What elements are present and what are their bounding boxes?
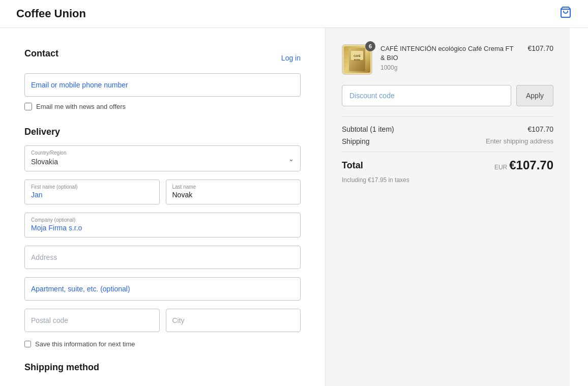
shipping-label: Shipping xyxy=(342,137,370,145)
svg-text:CAFÉ: CAFÉ xyxy=(354,54,361,57)
subtotal-row: Subtotal (1 item) €107.70 xyxy=(342,125,553,133)
last-name-input[interactable] xyxy=(172,191,295,199)
logo: Coffee Union xyxy=(16,7,86,20)
tax-note: Including €17.95 in taxes xyxy=(342,176,553,184)
product-name: CAFÉ INTENCIÓN ecológico Café Crema FT &… xyxy=(380,44,519,63)
total-currency: EUR xyxy=(494,164,507,171)
first-name-label: First name (optional) xyxy=(31,184,153,190)
right-panel: CAFÉ INTEN 6 CAFÉ INTENCIÓN ecológico Ca… xyxy=(326,28,570,386)
login-link[interactable]: Log in xyxy=(281,54,301,62)
first-name-input[interactable] xyxy=(31,191,153,199)
shipping-value: Enter shipping address xyxy=(486,137,553,145)
contact-title: Contact xyxy=(24,48,58,59)
total-row: Total EUR €107.70 xyxy=(342,152,553,172)
contact-section-header: Contact Log in xyxy=(24,48,301,67)
main-layout: Contact Log in Email me with news and of… xyxy=(0,28,588,386)
subtotal-value: €107.70 xyxy=(527,125,553,133)
last-name-label: Last name xyxy=(172,184,295,190)
newsletter-label: Email me with news and offers xyxy=(36,103,126,110)
product-thumbnail: CAFÉ INTEN xyxy=(344,46,370,73)
country-label: Country/Region xyxy=(25,146,300,156)
shipping-row: Shipping Enter shipping address xyxy=(342,137,553,145)
product-image-wrapper: CAFÉ INTEN 6 xyxy=(342,44,372,75)
discount-row: Apply xyxy=(342,85,553,106)
country-select[interactable]: Slovakia xyxy=(25,156,300,171)
company-input[interactable] xyxy=(31,224,294,232)
address-input[interactable] xyxy=(24,246,301,269)
total-value: €107.70 xyxy=(509,158,553,172)
subtotal-label: Subtotal (1 item) xyxy=(342,125,394,133)
shipping-method-section: Shipping method xyxy=(24,362,301,373)
delivery-title: Delivery xyxy=(24,127,301,137)
save-info-row: Save this information for next time xyxy=(24,340,301,348)
first-name-group: First name (optional) xyxy=(24,180,160,204)
delivery-section: Delivery Country/Region Slovakia ⌄ First… xyxy=(24,127,301,348)
save-info-label: Save this information for next time xyxy=(35,340,135,348)
quantity-badge: 6 xyxy=(365,41,375,51)
company-label: Company (optional) xyxy=(31,217,294,223)
save-info-checkbox[interactable] xyxy=(24,341,31,347)
header: Coffee Union xyxy=(0,0,588,28)
product-price: €107.70 xyxy=(527,44,553,52)
postal-city-row xyxy=(24,309,301,332)
svg-text:INTEN: INTEN xyxy=(354,58,360,61)
apt-input[interactable] xyxy=(24,277,301,301)
total-label: Total xyxy=(342,160,363,171)
company-group: Company (optional) xyxy=(24,213,301,237)
email-phone-input[interactable] xyxy=(24,73,301,97)
city-input[interactable] xyxy=(166,309,301,332)
shipping-method-title: Shipping method xyxy=(24,362,301,373)
country-select-wrapper: Country/Region Slovakia ⌄ xyxy=(24,145,301,171)
total-value-wrapper: EUR €107.70 xyxy=(494,158,553,172)
newsletter-row: Email me with news and offers xyxy=(24,103,301,110)
postal-input[interactable] xyxy=(24,309,160,332)
cart-icon[interactable] xyxy=(560,6,572,21)
last-name-group: Last name xyxy=(166,180,301,204)
product-details: CAFÉ INTENCIÓN ecológico Café Crema FT &… xyxy=(380,44,519,71)
discount-input[interactable] xyxy=(342,85,511,106)
newsletter-checkbox[interactable] xyxy=(24,103,32,110)
name-row: First name (optional) Last name xyxy=(24,180,301,204)
product-variant: 1000g xyxy=(380,64,519,71)
product-row: CAFÉ INTEN 6 CAFÉ INTENCIÓN ecológico Ca… xyxy=(342,44,553,75)
left-panel: Contact Log in Email me with news and of… xyxy=(0,28,326,386)
apply-button[interactable]: Apply xyxy=(516,85,553,106)
summary-divider xyxy=(342,116,553,117)
